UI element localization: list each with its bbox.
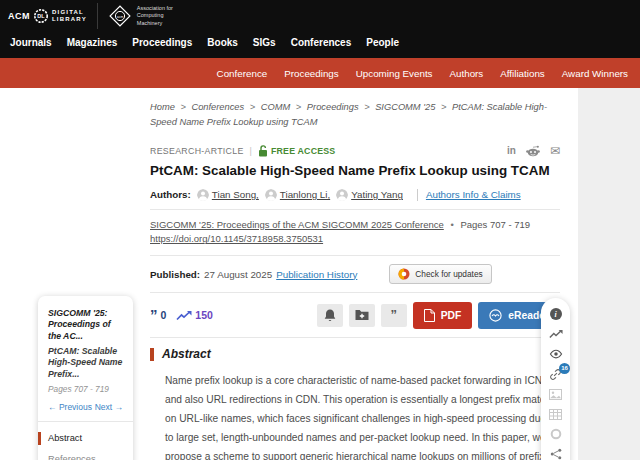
conference-nav-bar: Conference Proceedings Upcoming Events A… — [0, 58, 640, 88]
left-arrow-icon: ← — [48, 402, 57, 412]
info-button[interactable]: i — [548, 307, 563, 321]
sidebar-divider — [38, 421, 133, 422]
conf-nav-award-winners[interactable]: Award Winners — [562, 68, 628, 79]
conf-nav-proceedings[interactable]: Proceedings — [284, 68, 338, 79]
references-button[interactable]: 16 — [548, 367, 563, 381]
acm-association-logo[interactable]: acm Association for Computing Machinery — [108, 4, 185, 28]
cite-button[interactable]: ” — [381, 304, 407, 327]
nav-conferences[interactable]: Conferences — [291, 37, 352, 48]
alert-button[interactable] — [317, 304, 343, 327]
breadcrumb-separator: > — [250, 102, 255, 112]
linkedin-icon[interactable]: in — [507, 145, 516, 156]
author-avatar — [336, 189, 348, 201]
author-tian-song[interactable]: Tian Song, — [197, 189, 259, 201]
venue-link[interactable]: SIGCOMM '25: Proceedings of the ACM SIGC… — [150, 219, 444, 230]
author-yating-yang[interactable]: Yating Yang — [336, 189, 403, 201]
author-name[interactable]: Yating Yang — [351, 189, 403, 200]
views-button[interactable] — [548, 347, 563, 361]
reddit-icon[interactable] — [526, 145, 540, 157]
divider — [150, 292, 560, 293]
sidebar-item-references[interactable]: References — [48, 454, 123, 460]
previous-label: Previous — [59, 402, 92, 412]
sidebar-pager: ← Previous Next → — [48, 402, 123, 412]
pdf-button[interactable]: PDF — [413, 302, 473, 329]
author-name[interactable]: Tianlong Li, — [280, 189, 330, 200]
svg-text:acm: acm — [117, 15, 124, 19]
trending-icon — [549, 329, 563, 339]
downloads-metric[interactable]: 150 — [176, 309, 213, 321]
acm-dl-logo-text: ACM — [8, 11, 30, 21]
author-tianlong-li[interactable]: Tianlong Li, — [265, 189, 330, 201]
breadcrumb: Home > Conferences > COMM > Proceedings … — [150, 100, 560, 130]
published-date: 27 August 2025 — [204, 269, 272, 280]
conf-nav-conference[interactable]: Conference — [217, 68, 268, 79]
breadcrumb-comm[interactable]: COMM — [261, 102, 290, 112]
authors-label: Authors: — [150, 189, 191, 200]
action-buttons: ” PDF eReader — [317, 302, 560, 329]
article-type-label: RESEARCH-ARTICLE — [150, 146, 244, 156]
bell-icon — [324, 309, 336, 322]
tables-button[interactable] — [548, 407, 563, 421]
nav-magazines[interactable]: Magazines — [67, 37, 118, 48]
association-name: Association for Computing Machinery — [137, 5, 185, 26]
article-meta-row: RESEARCH-ARTICLE | FREE ACCESS in ✉ — [150, 145, 560, 157]
article-title: PtCAM: Scalable High-Speed Name Prefix L… — [150, 163, 560, 178]
author-avatar — [265, 189, 277, 201]
nav-people[interactable]: People — [366, 37, 399, 48]
downloads-count: 150 — [195, 309, 213, 321]
next-article-link[interactable]: Next → — [95, 402, 123, 412]
pdf-file-icon — [424, 309, 435, 322]
citation-metric[interactable]: ” 0 — [150, 309, 166, 321]
breadcrumb-sigcomm25[interactable]: SIGCOMM '25 — [375, 102, 435, 112]
cite-quote-icon: ” — [391, 311, 398, 319]
free-access-label: FREE ACCESS — [271, 146, 335, 156]
nav-proceedings[interactable]: Proceedings — [132, 37, 192, 48]
folder-add-icon — [355, 309, 369, 321]
figures-button[interactable] — [548, 387, 563, 401]
conf-nav-affiliations[interactable]: Affiliations — [500, 68, 544, 79]
metrics-button[interactable] — [548, 327, 563, 341]
table-icon — [549, 409, 562, 420]
article-sidebar: SIGCOMM '25: Proceedings of the AC... Pt… — [38, 296, 133, 460]
published-label: Published: — [150, 269, 200, 280]
conf-nav-upcoming-events[interactable]: Upcoming Events — [356, 68, 433, 79]
pages-label: Pages 707 - 719 — [460, 219, 530, 230]
venue-block: SIGCOMM '25: Proceedings of the ACM SIGC… — [150, 218, 560, 247]
breadcrumb-separator: > — [180, 102, 185, 112]
media-button[interactable] — [548, 427, 563, 441]
conf-nav-authors[interactable]: Authors — [450, 68, 484, 79]
metrics-and-actions-row: ” 0 150 — [150, 301, 560, 329]
author-name[interactable]: Tian Song, — [212, 189, 259, 200]
sidebar-proceedings-title[interactable]: SIGCOMM '25: Proceedings of the AC... — [48, 308, 123, 342]
email-icon[interactable]: ✉ — [550, 145, 560, 157]
breadcrumb-separator: > — [296, 102, 301, 112]
publication-history-link[interactable]: Publication History — [276, 269, 357, 280]
breadcrumb-separator: > — [364, 102, 369, 112]
abstract-accent-bar — [150, 348, 154, 361]
nav-journals[interactable]: Journals — [10, 37, 52, 48]
header-logos: ACM DL DIGITAL LIBRARY acm Association f… — [8, 3, 185, 29]
save-to-binder-button[interactable] — [349, 304, 375, 327]
breadcrumb-conferences[interactable]: Conferences — [191, 102, 244, 112]
sidebar-item-abstract[interactable]: Abstract — [48, 433, 123, 443]
previous-article-link[interactable]: ← Previous — [48, 402, 92, 412]
breadcrumb-home[interactable]: Home — [150, 102, 175, 112]
share-icon — [550, 448, 562, 460]
sidebar-article-title: PtCAM: Scalable High-Speed Name Prefix..… — [48, 346, 123, 380]
check-for-updates-button[interactable]: Check for updates — [389, 264, 491, 284]
nav-books[interactable]: Books — [207, 37, 238, 48]
share-button[interactable] — [548, 447, 563, 460]
authors-info-claims-link[interactable]: Authors Info & Claims — [426, 189, 521, 200]
check-for-updates-label: Check for updates — [415, 269, 482, 279]
acm-dl-logo[interactable]: ACM DL DIGITAL LIBRARY — [8, 8, 87, 24]
abstract-section: Abstract Name prefix lookup is a core ch… — [150, 347, 560, 460]
site-header: ACM DL DIGITAL LIBRARY acm Association f… — [0, 0, 640, 58]
doi-link[interactable]: https://doi.org/10.1145/3718958.3750531 — [150, 233, 323, 244]
nav-sigs[interactable]: SIGs — [253, 37, 276, 48]
ring-icon — [550, 428, 562, 440]
logo-divider — [97, 3, 98, 29]
breadcrumb-proceedings[interactable]: Proceedings — [307, 102, 359, 112]
meta-divider: | — [250, 146, 252, 156]
article-main-column: Home > Conferences > COMM > Proceedings … — [150, 88, 560, 460]
floating-toolbar: i 16 — [541, 298, 570, 460]
